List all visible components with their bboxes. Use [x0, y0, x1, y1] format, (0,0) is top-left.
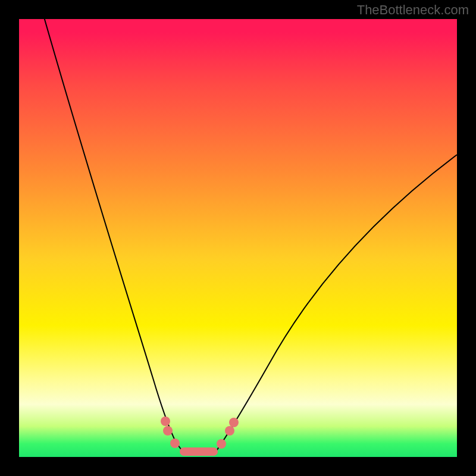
right-curve — [215, 155, 457, 452]
bottleneck-plot — [19, 19, 457, 457]
left-dot-2 — [163, 426, 173, 436]
chart-frame: TheBottleneck.com — [0, 0, 476, 476]
right-dot-2 — [225, 426, 234, 436]
right-dot-1 — [217, 439, 226, 449]
bottom-band — [180, 447, 218, 456]
left-curve — [43, 19, 183, 452]
left-dot-1 — [161, 416, 170, 426]
right-dot-3 — [229, 418, 239, 427]
watermark-text: TheBottleneck.com — [357, 2, 469, 18]
left-dot-3 — [170, 439, 180, 448]
bottleneck-curves — [19, 19, 457, 457]
